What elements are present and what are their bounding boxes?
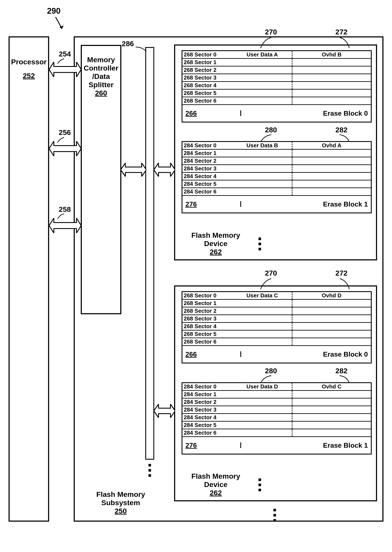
- col-ovhd-ref: 272: [335, 28, 348, 36]
- eb-ref: 266: [185, 109, 197, 117]
- bus3-ref: 258: [59, 205, 71, 214]
- sector-user: [233, 173, 293, 180]
- sector-row: 268 Sector 3: [182, 74, 371, 82]
- sector-id: 268 Sector 1: [182, 59, 233, 66]
- sector-row: 268 Sector 4: [182, 82, 371, 90]
- ctrl-l1: Memory: [87, 56, 115, 64]
- ctrl-l2: Controller: [84, 64, 118, 72]
- dev2-l2: Device: [204, 480, 228, 488]
- sector-id: 284 Sector 5: [182, 181, 233, 187]
- sector-user: [233, 300, 293, 307]
- sector-row: 284 Sector 3: [182, 165, 371, 173]
- bidir-arrow-icon: [49, 141, 81, 152]
- sector-row: 284 Sector 5: [182, 180, 371, 188]
- sector-user: [233, 188, 293, 195]
- sector-id: 284 Sector 6: [182, 188, 233, 195]
- sector-row: 284 Sector 1: [182, 391, 371, 399]
- sector-id: 268 Sector 4: [182, 82, 233, 89]
- sector-id: 284 Sector 1: [182, 150, 233, 157]
- vdots-icon: ⁞: [239, 441, 241, 450]
- sector-id: 284 Sector 3: [182, 165, 233, 172]
- svg-marker-4: [121, 163, 146, 177]
- eb-ref: 266: [185, 350, 197, 358]
- sector-id: 284 Sector 3: [182, 406, 233, 413]
- sector-id: 268 Sector 6: [182, 98, 233, 104]
- dev1-ref: 262: [210, 248, 222, 256]
- erase-block-footer: 276⁞Erase Block 1: [182, 437, 371, 454]
- sector-row: 268 Sector 0User Data AOvhd B: [182, 51, 371, 59]
- sector-user: [233, 308, 293, 315]
- arrow-icon: [53, 16, 66, 33]
- svg-marker-2: [49, 141, 81, 156]
- sector-row: 284 Sector 5: [182, 422, 371, 429]
- sector-row: 268 Sector 6: [182, 338, 371, 346]
- sector-id: 268 Sector 6: [182, 338, 233, 345]
- sector-row: 268 Sector 3: [182, 315, 371, 323]
- sector-user: User Data D: [233, 383, 293, 390]
- sector-ovhd: Ovhd B: [293, 51, 371, 58]
- ctrl-ref: 260: [95, 89, 107, 97]
- sector-id: 268 Sector 4: [182, 323, 233, 330]
- sector-row: 268 Sector 2: [182, 308, 371, 315]
- bus1-ref: 254: [59, 50, 71, 58]
- sector-id: 284 Sector 0: [182, 142, 233, 149]
- bus2-ref: 256: [59, 128, 71, 136]
- sector-id: 284 Sector 4: [182, 414, 233, 421]
- sector-id: 284 Sector 5: [182, 422, 233, 428]
- vdots-icon: ⁞: [239, 200, 241, 209]
- erase-block-table: 268 Sector 0User Data AOvhd B268 Sector …: [182, 50, 372, 122]
- eb-title: Erase Block 0: [323, 109, 368, 117]
- processor-block: Processor 252: [8, 36, 49, 522]
- sector-user: [233, 330, 293, 337]
- sector-id: 284 Sector 2: [182, 399, 233, 405]
- sector-user: [233, 399, 293, 406]
- vdots-icon: ⁞: [239, 109, 241, 118]
- sector-ovhd: Ovhd D: [293, 292, 371, 299]
- sector-id: 268 Sector 3: [182, 74, 233, 81]
- sector-user: [233, 180, 293, 187]
- erase-block-footer: 276⁞Erase Block 1: [182, 196, 371, 213]
- lead-icon: [259, 278, 272, 290]
- vdots-icon: [273, 509, 276, 522]
- bus-ref: 286: [122, 40, 134, 48]
- svg-marker-5: [154, 163, 175, 177]
- sector-id: 268 Sector 5: [182, 90, 233, 96]
- svg-marker-1: [49, 62, 81, 77]
- sector-row: 268 Sector 5: [182, 330, 371, 338]
- processor-ref: 252: [10, 72, 48, 80]
- svg-marker-6: [154, 404, 175, 418]
- sector-row: 268 Sector 2: [182, 66, 371, 74]
- sector-row: 268 Sector 6: [182, 97, 371, 105]
- col-ovhd2-ref-d2: 282: [335, 367, 348, 375]
- sector-row: 268 Sector 1: [182, 59, 371, 66]
- dev2-ref: 262: [210, 489, 222, 497]
- sector-id: 268 Sector 0: [182, 292, 233, 299]
- sector-row: 284 Sector 6: [182, 429, 371, 437]
- col-user2-ref: 280: [265, 126, 277, 134]
- sector-user: User Data C: [233, 292, 293, 299]
- sector-user: [233, 414, 293, 421]
- sector-user: [233, 165, 293, 172]
- dev1-l2: Device: [204, 239, 228, 248]
- sector-user: [233, 157, 293, 165]
- ctrl-l3: /Data: [92, 72, 110, 80]
- lead-icon: [259, 36, 272, 49]
- dev1-l1: Flash Memory: [191, 231, 240, 239]
- subsystem-l2: Subsystem: [101, 499, 140, 507]
- sector-user: [233, 422, 293, 429]
- eb-ref: 276: [185, 441, 197, 449]
- sector-row: 284 Sector 0User Data BOvhd A: [182, 142, 371, 150]
- sector-user: [233, 406, 293, 413]
- sector-ovhd: Ovhd A: [293, 142, 371, 149]
- sector-id: 284 Sector 1: [182, 391, 233, 398]
- bus-block: [145, 47, 154, 460]
- col-ovhd2-ref: 282: [335, 126, 348, 134]
- sector-row: 284 Sector 4: [182, 414, 371, 422]
- sector-id: 284 Sector 0: [182, 383, 233, 390]
- sector-user: [233, 315, 293, 322]
- erase-block-table: 284 Sector 0User Data DOvhd C284 Sector …: [182, 382, 372, 454]
- sector-id: 284 Sector 6: [182, 430, 233, 436]
- svg-marker-3: [49, 218, 81, 233]
- sector-row: 284 Sector 4: [182, 173, 371, 180]
- sector-row: 268 Sector 4: [182, 323, 371, 330]
